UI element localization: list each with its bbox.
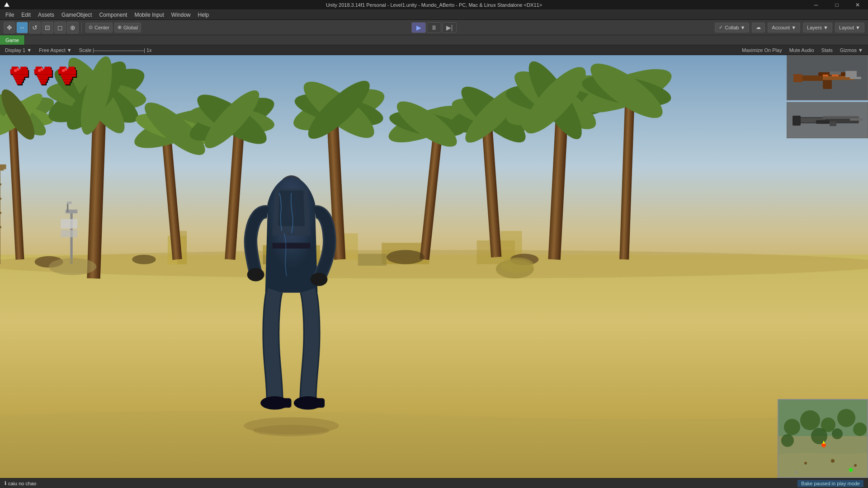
svg-rect-152 (793, 116, 801, 126)
stats-button[interactable]: Stats (819, 46, 835, 54)
svg-point-167 (821, 443, 826, 447)
svg-rect-101 (14, 77, 24, 80)
weapon-panel-2[interactable] (787, 102, 868, 138)
svg-point-160 (853, 422, 867, 436)
svg-point-169 (849, 468, 853, 472)
minimize-button[interactable]: ─ (806, 0, 826, 9)
svg-rect-64 (67, 202, 72, 204)
svg-rect-146 (832, 75, 839, 76)
transform-tool[interactable]: ⊕ (67, 22, 79, 33)
pivot-dropdown[interactable]: ⊙ Center (85, 23, 113, 33)
game-tab-label: Game (5, 38, 19, 43)
svg-point-72 (49, 258, 96, 275)
layout-label: Layout ▼ (839, 25, 860, 30)
window-controls[interactable]: ─ □ ✕ (806, 0, 868, 9)
svg-rect-151 (816, 120, 830, 124)
status-bar: ℹ caiu no chao Bake paused in play mode (0, 478, 868, 488)
maximize-on-play[interactable]: Maximize On Play (740, 46, 784, 54)
svg-point-164 (804, 462, 807, 465)
svg-point-68 (132, 255, 156, 264)
rect-tool[interactable]: ◻ (54, 22, 66, 33)
svg-rect-57 (0, 183, 1, 185)
game-tab[interactable]: Game (0, 35, 25, 45)
rotate-tool[interactable]: ↺ (29, 22, 41, 33)
weapon-panel-1[interactable] (787, 55, 868, 100)
svg-rect-143 (793, 74, 802, 82)
svg-rect-115 (37, 75, 52, 77)
svg-rect-66 (61, 230, 77, 237)
mute-audio-button[interactable]: Mute Audio (787, 46, 816, 54)
status-icon: ℹ (5, 480, 6, 486)
view-options: Maximize On Play Mute Audio Stats Gizmos… (740, 46, 865, 54)
scale-control[interactable]: Scale |——————————| 1x (77, 46, 154, 54)
scale-value: 1x (146, 47, 152, 53)
menu-file[interactable]: File (2, 10, 18, 19)
svg-rect-145 (823, 75, 828, 76)
play-button[interactable]: ▶ (411, 22, 426, 33)
menu-edit[interactable]: Edit (18, 10, 34, 19)
account-label: Account ▼ (772, 25, 796, 30)
svg-rect-81 (263, 398, 291, 408)
scale-tool[interactable]: ⊡ (42, 22, 53, 33)
layout-button[interactable]: Layout ▼ (835, 23, 864, 33)
display-selector[interactable]: Display 1 ▼ (3, 46, 34, 54)
hand-tool[interactable]: ✥ (4, 22, 15, 33)
move-tool[interactable]: ↔ (16, 22, 28, 33)
menu-help[interactable]: Help (194, 10, 213, 19)
layers-button[interactable]: Layers ▼ (803, 23, 832, 33)
account-button[interactable]: Account ▼ (768, 23, 800, 33)
svg-rect-116 (38, 77, 48, 80)
svg-rect-135 (62, 69, 65, 72)
pause-button[interactable]: ⏸ (427, 22, 441, 33)
svg-rect-132 (63, 80, 71, 82)
menu-gameobject[interactable]: GameObject (58, 10, 95, 19)
game-viewport[interactable] (0, 55, 868, 478)
svg-rect-103 (17, 82, 22, 84)
scale-label: Scale (79, 47, 92, 53)
game-scene (0, 55, 868, 478)
step-button[interactable]: ▶| (442, 22, 457, 33)
menu-mobile-input[interactable]: Mobile Input (131, 10, 167, 19)
svg-rect-142 (850, 77, 861, 79)
status-text: caiu no chao (8, 481, 36, 486)
svg-rect-150 (850, 118, 863, 121)
collab-button[interactable]: ✓ Collab ▼ (715, 23, 749, 33)
aspect-selector[interactable]: Free Aspect ▼ (37, 46, 74, 54)
minimap[interactable] (778, 399, 868, 478)
hearts-hud (9, 64, 77, 84)
collab-label: Collab ▼ (725, 25, 745, 30)
svg-point-159 (837, 409, 855, 427)
svg-rect-136 (65, 68, 67, 70)
svg-rect-131 (62, 77, 72, 80)
menu-bar: File Edit Assets GameObject Component Mo… (0, 10, 868, 20)
unity-logo (4, 2, 10, 8)
svg-rect-102 (15, 80, 23, 82)
transform-tools: ✥ ↔ ↺ ⊡ ◻ ⊕ (4, 22, 82, 33)
svg-marker-0 (4, 2, 9, 7)
layers-label: Layers ▼ (807, 25, 828, 30)
gizmos-button[interactable]: Gizmos ▼ (838, 46, 865, 54)
menu-component[interactable]: Component (95, 10, 131, 19)
svg-point-78 (247, 268, 264, 281)
pivot-label: Center (94, 25, 109, 30)
cloud-button[interactable]: ☁ (752, 23, 765, 33)
status-message: ℹ caiu no chao (5, 480, 36, 486)
svg-point-161 (781, 434, 794, 447)
transform-dropdown[interactable]: ⊕ Global (114, 23, 141, 33)
display-label: Display 1 (5, 47, 25, 53)
svg-point-170 (795, 471, 798, 474)
scene-game-area (0, 55, 868, 478)
window-title: Unity 2018.3.14f1 Personal - Level1.unit… (326, 2, 542, 8)
menu-window[interactable]: Window (168, 10, 194, 19)
maximize-button[interactable]: □ (826, 0, 847, 9)
svg-point-3 (0, 250, 868, 278)
svg-rect-141 (823, 80, 832, 89)
svg-rect-56 (0, 164, 6, 169)
svg-rect-130 (61, 75, 76, 77)
svg-rect-77 (272, 243, 310, 249)
close-button[interactable]: ✕ (847, 0, 868, 9)
game-subbar: Display 1 ▼ Free Aspect ▼ Scale |———————… (0, 45, 868, 55)
svg-rect-83 (296, 398, 325, 408)
right-toolbar: ✓ Collab ▼ ☁ Account ▼ Layers ▼ Layout ▼ (715, 23, 864, 33)
menu-assets[interactable]: Assets (34, 10, 58, 19)
